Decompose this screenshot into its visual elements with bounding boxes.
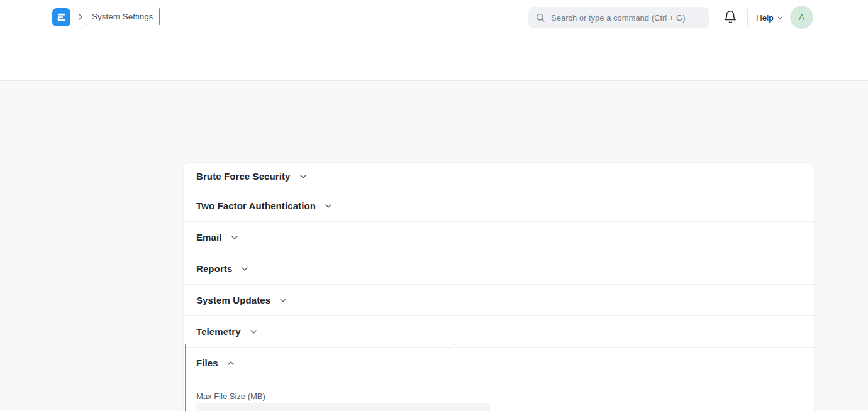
section-telemetry[interactable]: Telemetry [184,316,814,348]
breadcrumb-chevron-icon [75,12,86,22]
chevron-down-icon [240,264,250,274]
avatar-initial: A [799,13,804,22]
chevron-down-icon [777,14,784,21]
help-menu[interactable]: Help [756,11,784,24]
chevron-down-icon [278,295,288,305]
navbar-divider [747,9,748,26]
chevron-down-icon [230,233,240,243]
settings-form-card: Brute Force Security Two Factor Authenti… [184,163,814,411]
max-file-size-label: Max File Size (MB) [196,392,265,401]
breadcrumb[interactable]: System Settings [92,12,153,21]
section-reports[interactable]: Reports [184,253,814,285]
avatar[interactable]: A [790,6,813,29]
section-two-factor-authentication[interactable]: Two Factor Authentication [184,190,814,222]
page-header: System Settings ··· Save [0,36,868,81]
annotation-box-breadcrumb: System Settings [86,8,160,25]
erpnext-logo-icon [56,12,67,23]
max-file-size-input[interactable] [196,403,490,411]
help-label: Help [756,13,774,23]
chevron-down-icon [248,327,259,337]
search-input[interactable] [551,13,702,23]
top-navbar: System Settings Help A [0,0,868,35]
section-brute-force-security[interactable]: Brute Force Security [184,163,814,190]
content-background: Brute Force Security Two Factor Authenti… [0,81,868,411]
notifications-bell-icon[interactable] [723,10,737,24]
search-icon [535,13,545,23]
chevron-up-icon [226,358,236,368]
section-email[interactable]: Email [184,222,814,253]
section-files-expanded: Files Max File Size (MB) [184,348,814,411]
section-system-updates[interactable]: System Updates [184,285,814,316]
global-search[interactable] [528,7,709,28]
chevron-down-icon [323,201,333,211]
chevron-down-icon [298,172,308,182]
app-logo-icon[interactable] [52,8,70,26]
section-files[interactable]: Files [184,348,814,378]
